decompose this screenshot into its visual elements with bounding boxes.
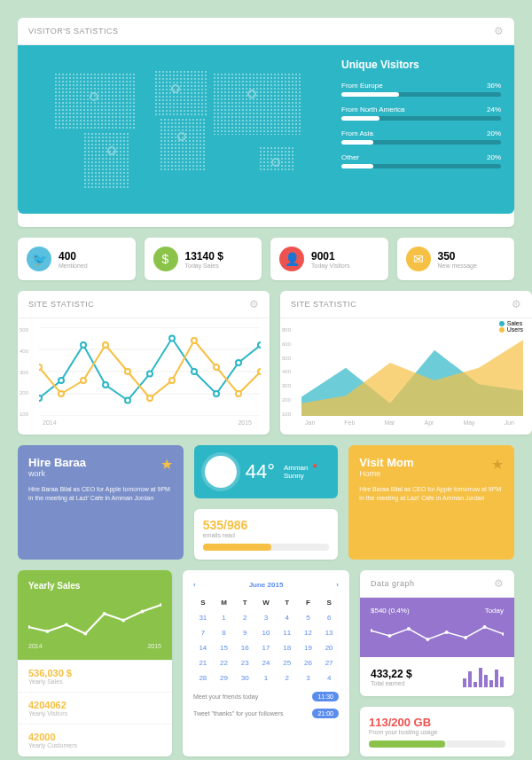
svg-point-35 (371, 629, 372, 632)
dg-bars (463, 666, 504, 687)
svg-point-41 (483, 625, 487, 629)
hire-note[interactable]: ★ Hire Baraa work Hire Baraa Bilal as CE… (18, 445, 184, 560)
stat-card[interactable]: ✉350New message (397, 238, 515, 280)
svg-point-18 (81, 378, 86, 383)
svg-point-38 (426, 638, 429, 641)
svg-point-25 (236, 391, 241, 396)
svg-point-24 (214, 364, 219, 370)
cal-day[interactable]: 3 (299, 671, 318, 685)
cal-day[interactable]: 15 (215, 641, 234, 654)
data-graph-card: Data graph ⚙ $540 (0.4%) Today 433,22 $ … (360, 570, 514, 696)
dg-title: Data graph (371, 579, 415, 588)
svg-point-29 (65, 623, 68, 627)
world-map (31, 59, 324, 200)
gear-icon[interactable]: ⚙ (512, 298, 522, 310)
svg-point-8 (103, 382, 108, 388)
cal-day[interactable]: 27 (319, 656, 339, 670)
visitors-title: VISITOR'S SATISTICS (28, 27, 118, 35)
cal-day[interactable]: 17 (256, 641, 276, 654)
cal-day[interactable]: 4 (278, 611, 297, 624)
dg-period: Today (485, 607, 504, 615)
svg-point-14 (236, 360, 241, 365)
cal-day[interactable]: 9 (235, 626, 254, 639)
svg-point-20 (125, 369, 130, 374)
cal-day[interactable]: 22 (215, 656, 234, 670)
storage-progress (369, 740, 445, 748)
cal-day[interactable]: 25 (278, 656, 297, 670)
emails-card: 535/986 emails read (194, 509, 339, 560)
cal-day[interactable]: 26 (299, 656, 318, 670)
note-title: Visit Mom (359, 456, 504, 469)
svg-point-15 (258, 342, 261, 348)
svg-point-10 (147, 372, 153, 377)
visitors-panel: VISITOR'S SATISTICS ⚙ Unique Visitors Fr… (18, 18, 514, 227)
cal-day[interactable]: 29 (215, 671, 234, 685)
svg-point-9 (125, 398, 130, 404)
gear-icon[interactable]: ⚙ (249, 298, 260, 310)
cal-day[interactable]: 2 (235, 611, 254, 624)
storage-card: 113/200 GB From your hosting usage (360, 707, 514, 756)
cal-day[interactable]: 10 (256, 626, 276, 639)
cal-day[interactable]: 28 (193, 671, 213, 685)
svg-point-31 (103, 612, 106, 615)
weather-cond: Sunny (284, 472, 319, 480)
cal-day[interactable]: 20 (319, 641, 339, 654)
svg-point-7 (81, 342, 86, 348)
stats-row: 🐦400Mentioned$13140 $Today Sales👤9001Tod… (18, 238, 514, 280)
cal-next[interactable]: › (336, 581, 339, 589)
pin-icon: 📍 (310, 464, 319, 472)
cal-day[interactable]: 5 (299, 611, 318, 624)
weather-city: Amman (284, 464, 309, 472)
stat-card[interactable]: 🐦400Mentioned (18, 238, 136, 280)
svg-point-22 (169, 378, 175, 383)
cal-day[interactable]: 30 (235, 671, 254, 685)
cal-day[interactable]: 31 (193, 611, 213, 624)
cal-day[interactable]: 6 (319, 611, 339, 624)
yearly-sales-card: Yearly Sales 20142015 536,030 $Yearly Sa… (18, 570, 172, 756)
cal-day[interactable]: 12 (299, 626, 318, 639)
cal-day[interactable]: 3 (256, 611, 276, 624)
svg-point-6 (59, 378, 64, 383)
cal-prev[interactable]: ‹ (193, 581, 196, 589)
svg-point-12 (192, 369, 197, 374)
cal-day[interactable]: 1 (215, 611, 234, 624)
cal-day[interactable]: 19 (299, 641, 318, 654)
stat-card[interactable]: 👤9001Today Visitors (270, 238, 388, 280)
svg-point-19 (103, 342, 108, 348)
cal-day[interactable]: 8 (215, 626, 234, 639)
gear-icon[interactable]: ⚙ (494, 25, 505, 37)
stat-card[interactable]: $13140 $Today Sales (145, 238, 262, 280)
note-sub: work (28, 469, 173, 478)
cal-day[interactable]: 1 (256, 671, 276, 685)
cal-day[interactable]: 7 (193, 626, 213, 639)
storage-label: From your hosting usage (369, 729, 505, 735)
visit-note[interactable]: ★ Visit Mom Home Hire Baraa Bilal as CEO… (348, 445, 514, 560)
svg-point-30 (83, 632, 87, 636)
cal-month: June 2015 (249, 581, 284, 589)
cal-day[interactable]: 2 (278, 671, 297, 685)
cal-day[interactable]: 14 (193, 641, 213, 654)
weather-card: 44° Amman 📍 Sunny (194, 445, 339, 498)
calendar-card: ‹ June 2015 › SMTWTFS3112345678910111213… (183, 570, 349, 756)
svg-point-39 (445, 631, 449, 634)
cal-day[interactable]: 4 (319, 671, 339, 685)
cal-day[interactable]: 24 (256, 656, 276, 670)
svg-point-40 (464, 636, 467, 639)
dg-stat: $540 (0.4%) (371, 607, 410, 615)
svg-point-33 (141, 610, 145, 614)
note-body: Hire Baraa Bilal as CEO for Apple tomorr… (28, 485, 173, 503)
emails-progress (203, 544, 271, 551)
cal-day[interactable]: 13 (319, 626, 339, 639)
cal-day[interactable]: 18 (278, 641, 297, 654)
gear-icon[interactable]: ⚙ (494, 577, 505, 590)
emails-label: emails read (203, 532, 330, 538)
svg-point-32 (121, 619, 125, 623)
svg-point-37 (407, 627, 411, 631)
cal-day[interactable]: 16 (235, 641, 254, 654)
cal-day[interactable]: 23 (235, 656, 254, 670)
cal-day[interactable]: 11 (278, 626, 297, 639)
note-sub: Home (359, 469, 504, 478)
svg-point-16 (39, 364, 42, 370)
cal-day[interactable]: 21 (193, 656, 213, 670)
area-chart-card: SITE STATISTIC ⚙ SalesUsers 800600500400… (280, 291, 532, 435)
